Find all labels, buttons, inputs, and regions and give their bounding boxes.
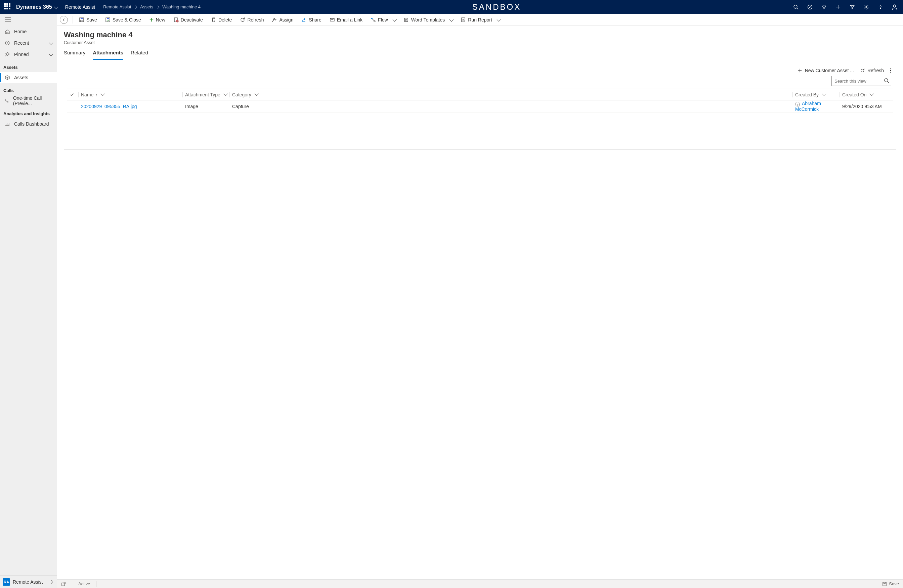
svg-line-32 bbox=[887, 82, 889, 83]
search-icon[interactable] bbox=[793, 4, 799, 10]
nav-group-analytics: Analytics and Insights bbox=[0, 107, 57, 118]
chevron-down-icon[interactable] bbox=[393, 17, 396, 22]
svg-point-28 bbox=[890, 69, 891, 69]
share-button[interactable]: Share bbox=[298, 14, 324, 25]
plus-icon bbox=[149, 17, 154, 22]
nav-calls-dashboard[interactable]: Calls Dashboard bbox=[0, 118, 57, 130]
tab-related[interactable]: Related bbox=[131, 50, 148, 60]
go-back-button[interactable] bbox=[60, 16, 68, 24]
search-input[interactable] bbox=[831, 76, 891, 86]
chevron-down-icon[interactable] bbox=[497, 17, 500, 22]
statusbar-save-button[interactable]: Save bbox=[882, 581, 899, 586]
col-name[interactable]: Name↑ bbox=[78, 89, 182, 101]
panel-refresh-button[interactable]: Refresh bbox=[860, 68, 884, 73]
assign-button[interactable]: Assign bbox=[268, 14, 297, 25]
assign-icon bbox=[272, 17, 277, 22]
run-report-label: Run Report bbox=[468, 17, 492, 22]
panel-search-row bbox=[64, 76, 896, 89]
nav-pinned[interactable]: Pinned bbox=[0, 49, 57, 60]
email-link-button[interactable]: Email a Link bbox=[326, 14, 366, 25]
flow-button[interactable]: Flow bbox=[367, 14, 399, 25]
new-attachment-button[interactable]: New Customer Asset ... bbox=[798, 68, 854, 73]
breadcrumb-0[interactable]: Remote Assist bbox=[103, 5, 131, 9]
chevron-down-icon[interactable] bbox=[450, 17, 453, 22]
filter-icon[interactable] bbox=[849, 4, 855, 10]
search-icon[interactable] bbox=[884, 78, 889, 83]
created-on-cell: 9/29/2020 9:53 AM bbox=[840, 101, 893, 113]
nav-recent[interactable]: Recent bbox=[0, 37, 57, 49]
table-row[interactable]: 20200929_095355_RA.jpg Image Capture Abr… bbox=[67, 101, 893, 113]
cube-icon bbox=[5, 75, 10, 80]
chevron-down-icon[interactable] bbox=[870, 93, 873, 96]
run-report-button[interactable]: Run Report bbox=[457, 14, 503, 25]
breadcrumb-sep-icon bbox=[157, 5, 159, 9]
chevron-down-icon[interactable] bbox=[49, 52, 52, 57]
panel-more-button[interactable] bbox=[890, 68, 891, 73]
new-attachment-label: New Customer Asset ... bbox=[805, 68, 854, 73]
attachments-grid: Name↑ Attachment Type Category Created B… bbox=[67, 89, 893, 113]
app-name-label[interactable]: Remote Assist bbox=[65, 5, 95, 10]
breadcrumb-2[interactable]: Washing machine 4 bbox=[162, 5, 201, 9]
col-created-on[interactable]: Created On bbox=[840, 89, 893, 101]
nav-assets-label: Assets bbox=[14, 75, 28, 80]
word-templates-label: Word Templates bbox=[411, 17, 445, 22]
tab-attachments[interactable]: Attachments bbox=[93, 50, 123, 60]
chevron-down-icon[interactable] bbox=[49, 40, 52, 46]
nav-assets[interactable]: Assets bbox=[0, 72, 57, 83]
svg-point-31 bbox=[884, 79, 888, 82]
app-launcher-icon[interactable] bbox=[4, 3, 12, 11]
email-link-label: Email a Link bbox=[337, 17, 362, 22]
attachments-panel: New Customer Asset ... Refresh bbox=[64, 65, 896, 150]
record-tabs: Summary Attachments Related bbox=[57, 45, 903, 60]
nav-calls-dashboard-label: Calls Dashboard bbox=[14, 121, 49, 127]
col-category[interactable]: Category bbox=[230, 89, 793, 101]
col-created-by[interactable]: Created By bbox=[793, 89, 840, 101]
task-icon[interactable] bbox=[807, 4, 813, 10]
svg-point-6 bbox=[866, 6, 867, 8]
deactivate-button[interactable]: Deactivate bbox=[170, 14, 206, 25]
chevron-down-icon[interactable] bbox=[101, 93, 104, 96]
user-icon[interactable] bbox=[892, 4, 898, 10]
brand-label[interactable]: Dynamics 365 bbox=[16, 4, 52, 10]
report-icon bbox=[461, 17, 466, 22]
delete-button[interactable]: Delete bbox=[208, 14, 235, 25]
chevron-down-icon[interactable] bbox=[822, 93, 825, 96]
tab-summary[interactable]: Summary bbox=[64, 50, 85, 60]
save-close-button[interactable]: Save & Close bbox=[102, 14, 145, 25]
chevron-down-icon[interactable] bbox=[224, 93, 227, 96]
row-select-cell[interactable] bbox=[67, 101, 78, 113]
flow-icon bbox=[371, 17, 376, 22]
updown-icon[interactable] bbox=[49, 580, 54, 584]
new-button[interactable]: New bbox=[146, 14, 168, 25]
lightbulb-icon[interactable] bbox=[821, 4, 827, 10]
col-created-on-label: Created On bbox=[842, 92, 866, 97]
breadcrumb-1[interactable]: Assets bbox=[140, 5, 153, 9]
nav-collapse-button[interactable] bbox=[0, 14, 57, 26]
topbar-actions bbox=[793, 4, 898, 10]
separator bbox=[72, 581, 72, 586]
col-attachment-type[interactable]: Attachment Type bbox=[182, 89, 230, 101]
area-switcher[interactable]: RA Remote Assist bbox=[0, 575, 57, 588]
col-select[interactable] bbox=[67, 89, 78, 101]
chevron-down-icon[interactable] bbox=[255, 93, 258, 96]
nav-home[interactable]: Home bbox=[0, 26, 57, 37]
statusbar-save-label: Save bbox=[889, 581, 899, 586]
panel-search-box bbox=[831, 76, 891, 86]
panel-refresh-label: Refresh bbox=[867, 68, 884, 73]
popout-icon[interactable] bbox=[61, 582, 66, 586]
nav-onetime-call-label: One-time Call (Previe... bbox=[13, 95, 52, 106]
refresh-button[interactable]: Refresh bbox=[236, 14, 267, 25]
nav-onetime-call[interactable]: One-time Call (Previe... bbox=[0, 95, 57, 107]
share-label: Share bbox=[309, 17, 321, 22]
add-icon[interactable] bbox=[835, 4, 841, 10]
word-templates-button[interactable]: Word Templates bbox=[400, 14, 456, 25]
deactivate-label: Deactivate bbox=[181, 17, 203, 22]
panel-toolbar: New Customer Asset ... Refresh bbox=[64, 65, 896, 76]
brand-chevron-icon[interactable] bbox=[54, 5, 57, 10]
help-icon[interactable] bbox=[878, 4, 884, 10]
gear-icon[interactable] bbox=[864, 4, 869, 10]
panel-spacer bbox=[64, 113, 896, 149]
chart-icon bbox=[5, 121, 10, 127]
attachment-link[interactable]: 20200929_095355_RA.jpg bbox=[81, 104, 137, 109]
save-button[interactable]: Save bbox=[76, 14, 101, 25]
